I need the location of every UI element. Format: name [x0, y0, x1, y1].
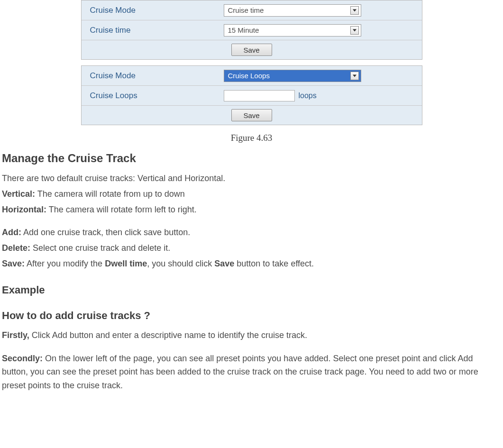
firstly-text: Click Add button and enter a descriptive…	[29, 330, 307, 340]
cruise-mode-row-1: Cruise Mode Cruise time	[82, 0, 422, 20]
cruise-mode-label-2: Cruise Mode	[82, 71, 224, 81]
firstly-label: Firstly,	[2, 330, 29, 340]
cruise-mode-select-1[interactable]: Cruise time	[224, 4, 361, 17]
save-button-2[interactable]: Save	[231, 109, 272, 121]
delete-label: Delete:	[2, 243, 30, 253]
cruise-time-row: Cruise time 15 Minute	[82, 20, 422, 40]
vertical-line: Vertical: The camera will rotate from up…	[2, 187, 501, 201]
save-text-c: , you should click	[147, 259, 214, 268]
cruise-time-select[interactable]: 15 Minute	[224, 24, 361, 37]
cruise-mode-select-2-value: Cruise Loops	[228, 72, 270, 80]
horizontal-text: The camera will rotate form left to righ…	[46, 205, 197, 214]
chevron-down-icon	[350, 72, 359, 80]
heading-example: Example	[2, 284, 501, 296]
secondly-line: Secondly: On the lower left of the page,…	[2, 352, 501, 393]
chevron-down-icon	[350, 26, 359, 35]
cruise-mode-select-1-value: Cruise time	[228, 6, 264, 14]
horizontal-label: Horizontal:	[2, 205, 46, 214]
save-label: Save:	[2, 259, 25, 268]
delete-line: Delete: Select one cruise track and dele…	[2, 241, 501, 255]
cruise-loops-row: Cruise Loops loops	[82, 86, 422, 106]
add-text: Add one cruise track, then click save bu…	[21, 228, 190, 237]
cruise-mode-select-2[interactable]: Cruise Loops	[224, 70, 361, 82]
add-line: Add: Add one cruise track, then click sa…	[2, 226, 501, 239]
save-text-b: Dwell time	[105, 259, 147, 268]
cruise-mode-label-1: Cruise Mode	[82, 6, 224, 15]
cruise-time-select-value: 15 Minute	[228, 26, 259, 34]
cruise-loops-input[interactable]	[224, 90, 295, 101]
delete-text: Select one cruise track and delete it.	[30, 243, 170, 253]
chevron-down-icon	[350, 6, 359, 15]
figure-caption: Figure 4.63	[231, 133, 273, 143]
content-area: Manage the Cruise Track There are two de…	[0, 152, 503, 393]
vertical-label: Vertical:	[2, 189, 35, 199]
cruise-loops-panel: Cruise Mode Cruise Loops Cruise Loops lo…	[81, 65, 422, 125]
add-label: Add:	[2, 228, 21, 237]
heading-manage: Manage the Cruise Track	[2, 152, 501, 165]
vertical-text: The camera will rotate from up to down	[35, 189, 185, 199]
manage-intro: There are two default cruise tracks: Ver…	[2, 172, 501, 185]
save-line: Save: After you modify the Dwell time, y…	[2, 257, 501, 271]
heading-how: How to do add cruise tracks ?	[2, 310, 501, 322]
save-text-e: button to take effect.	[234, 259, 314, 268]
save-row-2: Save	[82, 106, 422, 125]
cruise-loops-label: Cruise Loops	[82, 91, 224, 101]
cruise-loops-suffix: loops	[299, 91, 317, 100]
save-text-a: After you modify the	[25, 259, 105, 268]
save-button-1[interactable]: Save	[231, 44, 272, 56]
figure-area: Cruise Mode Cruise time Cruise time 15 M…	[0, 0, 503, 152]
secondly-label: Secondly:	[2, 354, 43, 363]
save-row-1: Save	[82, 40, 422, 59]
horizontal-line: Horizontal: The camera will rotate form …	[2, 203, 501, 217]
cruise-time-label: Cruise time	[82, 26, 224, 35]
cruise-time-panel: Cruise Mode Cruise time Cruise time 15 M…	[81, 0, 422, 60]
save-text-d: Save	[214, 259, 234, 268]
firstly-line: Firstly, Click Add button and enter a de…	[2, 329, 501, 342]
secondly-text: On the lower left of the page, you can s…	[2, 354, 478, 391]
cruise-mode-row-2: Cruise Mode Cruise Loops	[82, 66, 422, 86]
